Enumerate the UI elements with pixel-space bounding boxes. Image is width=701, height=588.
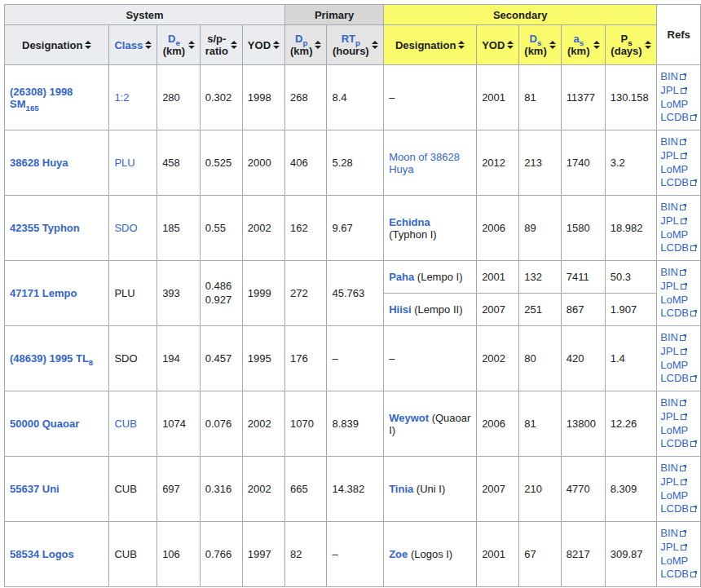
ref-link-lcdb[interactable]: LCDB xyxy=(660,176,689,188)
sort-icon xyxy=(273,41,280,49)
external-link-icon xyxy=(690,506,697,512)
sort-icon xyxy=(549,41,556,49)
ref-link-bin[interactable]: BIN xyxy=(660,266,678,278)
cell-secondary-designation: Echidna (Typhon I) xyxy=(384,196,477,261)
cell-secondary-designation: Paha (Lempo I) xyxy=(384,261,477,294)
class-link[interactable]: PLU xyxy=(114,157,134,169)
system-designation-link[interactable]: 42355 Typhon xyxy=(10,222,80,234)
system-designation-link[interactable]: (26308) 1998 SM165 xyxy=(10,86,73,110)
column-header-de[interactable]: De (km) xyxy=(157,25,201,65)
cell-as: 13800 xyxy=(561,391,605,457)
ref-link-lomp[interactable]: LoMP xyxy=(660,359,688,371)
external-link-icon xyxy=(681,479,687,485)
sort-icon xyxy=(315,41,321,49)
ref-link-bin[interactable]: BIN xyxy=(660,462,678,474)
external-link-icon xyxy=(690,571,697,577)
ref-link-lcdb[interactable]: LCDB xyxy=(660,502,689,515)
sort-icon xyxy=(231,41,237,49)
column-header-designation[interactable]: Designation xyxy=(5,25,109,65)
ref-link-lomp[interactable]: LoMP xyxy=(660,555,688,567)
secondary-designation-link[interactable]: Weywot xyxy=(389,412,429,424)
ref-link-lcdb[interactable]: LCDB xyxy=(660,568,689,580)
external-link-icon xyxy=(690,375,697,382)
ref-link-lcdb[interactable]: LCDB xyxy=(660,437,689,449)
table-row: (48639) 1995 TL8 SDO 194 0.457 1995 176 … xyxy=(5,326,701,391)
class-link[interactable]: 1:2 xyxy=(114,91,129,104)
ref-link-jpl[interactable]: JPL xyxy=(660,345,678,357)
column-header-ps[interactable]: Ps (days) xyxy=(605,25,657,65)
cell-secondary-yod: 2012 xyxy=(477,130,519,196)
cell-refs: BIN JPL LoMP LCDB xyxy=(657,261,701,326)
cell-rtp: – xyxy=(327,522,384,587)
ref-link-jpl[interactable]: JPL xyxy=(660,280,678,292)
cell-as: 7411 xyxy=(561,261,605,294)
cell-secondary-yod: 2002 xyxy=(477,326,519,391)
column-header-as[interactable]: as (km) xyxy=(561,25,605,65)
column-header-class[interactable]: Class xyxy=(109,25,157,65)
ref-link-lomp[interactable]: LoMP xyxy=(660,489,688,502)
ref-link-bin[interactable]: BIN xyxy=(660,70,678,82)
ref-link-lcdb[interactable]: LCDB xyxy=(660,111,689,123)
cell-sp-ratio: 0.076 xyxy=(200,391,242,457)
sort-icon xyxy=(507,41,514,49)
table-row: (26308) 1998 SM165 1:2 280 0.302 1998 26… xyxy=(5,65,701,130)
secondary-designation-link[interactable]: Tinia xyxy=(389,483,413,495)
class-link[interactable]: SDO xyxy=(114,222,137,234)
ref-link-lcdb[interactable]: LCDB xyxy=(660,372,689,384)
external-link-icon xyxy=(690,179,697,186)
secondary-designation-link[interactable]: Paha xyxy=(389,271,414,283)
table-row: 55637 Uni CUB 697 0.316 2002 665 14.382 … xyxy=(5,457,701,522)
ref-link-jpl[interactable]: JPL xyxy=(660,84,678,96)
ref-link-bin[interactable]: BIN xyxy=(660,135,678,148)
system-designation-link[interactable]: 47171 Lempo xyxy=(10,287,77,299)
ref-link-lcdb[interactable]: LCDB xyxy=(660,307,689,319)
ref-link-lomp[interactable]: LoMP xyxy=(660,98,688,110)
ref-link-jpl[interactable]: JPL xyxy=(660,214,678,227)
cell-ps: 18.982 xyxy=(605,196,657,261)
table-row: 50000 Quaoar CUB 1074 0.076 2002 1070 8.… xyxy=(5,391,701,457)
system-designation-link[interactable]: 50000 Quaoar xyxy=(10,418,79,430)
secondary-designation-link[interactable]: Hiisi xyxy=(389,303,411,316)
ref-link-lomp[interactable]: LoMP xyxy=(660,294,688,306)
column-header-sp-ratio[interactable]: s/p-ratio xyxy=(200,25,242,65)
system-designation-link[interactable]: 38628 Huya xyxy=(10,157,68,169)
ref-link-bin[interactable]: BIN xyxy=(660,201,678,213)
ref-link-lcdb[interactable]: LCDB xyxy=(660,241,689,254)
ref-link-jpl[interactable]: JPL xyxy=(660,410,678,422)
column-header-rtp[interactable]: RTp (hours) xyxy=(327,25,384,65)
column-header-secondary-designation[interactable]: Designation xyxy=(384,25,477,65)
ref-link-bin[interactable]: BIN xyxy=(660,331,678,343)
column-header-secondary-yod[interactable]: YOD xyxy=(477,25,519,65)
cell-secondary-yod: 2006 xyxy=(477,196,519,261)
column-header-ds[interactable]: Ds (km) xyxy=(519,25,561,65)
cell-yod: 1997 xyxy=(242,522,284,587)
cell-rtp: 9.67 xyxy=(327,196,384,261)
cell-as: 1740 xyxy=(561,130,605,196)
external-link-icon xyxy=(690,114,697,121)
system-designation-link[interactable]: 55637 Uni xyxy=(10,483,60,495)
secondary-designation-link[interactable]: Moon of 38628 Huya xyxy=(389,151,460,175)
external-link-icon xyxy=(681,153,687,159)
secondary-designation-link[interactable]: Zoe xyxy=(389,548,408,560)
ref-link-bin[interactable]: BIN xyxy=(660,527,678,539)
ref-link-lomp[interactable]: LoMP xyxy=(660,163,688,175)
cell-ps: 3.2 xyxy=(605,130,657,196)
system-designation-link[interactable]: (48639) 1995 TL8 xyxy=(10,352,93,365)
cell-class: CUB xyxy=(109,522,157,587)
ref-link-jpl[interactable]: JPL xyxy=(660,475,678,488)
cell-rtp: 14.382 xyxy=(327,457,384,522)
sort-icon xyxy=(188,41,195,49)
ref-link-lomp[interactable]: LoMP xyxy=(660,424,688,436)
cell-refs: BIN JPL LoMP LCDB xyxy=(657,65,701,130)
class-link[interactable]: CUB xyxy=(114,418,136,430)
ref-link-jpl[interactable]: JPL xyxy=(660,541,678,553)
ref-link-lomp[interactable]: LoMP xyxy=(660,228,688,241)
cell-ds: 81 xyxy=(519,65,561,130)
system-designation-link[interactable]: 58534 Logos xyxy=(10,548,74,560)
sort-icon xyxy=(145,41,152,49)
secondary-designation-link[interactable]: Echidna xyxy=(389,216,430,228)
column-header-yod[interactable]: YOD xyxy=(242,25,284,65)
column-header-dp[interactable]: Dp (km) xyxy=(285,25,327,65)
ref-link-bin[interactable]: BIN xyxy=(660,396,678,409)
ref-link-jpl[interactable]: JPL xyxy=(660,149,678,161)
